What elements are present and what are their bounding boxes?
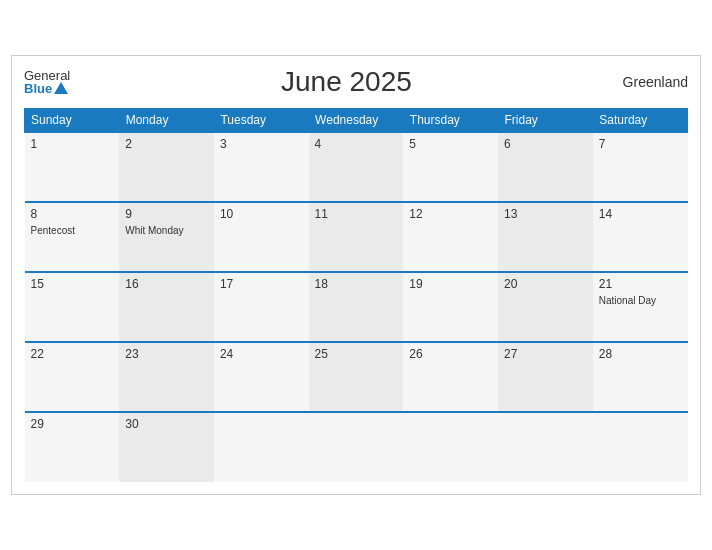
logo: General Blue <box>24 69 70 95</box>
calendar-day-cell: 5 <box>403 132 498 202</box>
calendar-day-cell <box>593 412 688 482</box>
day-number: 3 <box>220 137 303 151</box>
day-number: 23 <box>125 347 208 361</box>
calendar-day-cell: 4 <box>309 132 404 202</box>
calendar-table: SundayMondayTuesdayWednesdayThursdayFrid… <box>24 108 688 482</box>
day-number: 12 <box>409 207 492 221</box>
month-title: June 2025 <box>281 66 412 98</box>
calendar-day-cell: 11 <box>309 202 404 272</box>
day-number: 2 <box>125 137 208 151</box>
calendar-day-cell: 26 <box>403 342 498 412</box>
calendar-day-cell: 29 <box>25 412 120 482</box>
calendar-day-cell: 10 <box>214 202 309 272</box>
day-number: 13 <box>504 207 587 221</box>
calendar-header: General Blue June 2025 Greenland <box>24 66 688 98</box>
calendar-day-cell: 1 <box>25 132 120 202</box>
calendar-week-row: 22232425262728 <box>25 342 688 412</box>
day-number: 24 <box>220 347 303 361</box>
event-label: Pentecost <box>31 225 75 236</box>
day-number: 4 <box>315 137 398 151</box>
day-number: 25 <box>315 347 398 361</box>
calendar-day-cell: 27 <box>498 342 593 412</box>
event-label: Whit Monday <box>125 225 183 236</box>
calendar-header-row: SundayMondayTuesdayWednesdayThursdayFrid… <box>25 109 688 133</box>
day-number: 17 <box>220 277 303 291</box>
calendar-day-cell: 15 <box>25 272 120 342</box>
calendar-day-cell: 28 <box>593 342 688 412</box>
calendar-container: General Blue June 2025 Greenland SundayM… <box>11 55 701 495</box>
day-number: 22 <box>31 347 114 361</box>
calendar-day-cell: 16 <box>119 272 214 342</box>
calendar-day-cell: 25 <box>309 342 404 412</box>
calendar-day-cell: 18 <box>309 272 404 342</box>
day-number: 11 <box>315 207 398 221</box>
region-label: Greenland <box>623 74 688 90</box>
day-number: 16 <box>125 277 208 291</box>
logo-triangle-icon <box>54 82 68 94</box>
day-number: 1 <box>31 137 114 151</box>
calendar-day-cell: 17 <box>214 272 309 342</box>
calendar-day-cell: 7 <box>593 132 688 202</box>
day-number: 10 <box>220 207 303 221</box>
day-number: 26 <box>409 347 492 361</box>
day-number: 7 <box>599 137 682 151</box>
calendar-day-cell <box>403 412 498 482</box>
day-number: 27 <box>504 347 587 361</box>
day-number: 20 <box>504 277 587 291</box>
calendar-day-cell: 20 <box>498 272 593 342</box>
day-number: 9 <box>125 207 208 221</box>
day-number: 28 <box>599 347 682 361</box>
day-of-week-header: Saturday <box>593 109 688 133</box>
calendar-day-cell <box>498 412 593 482</box>
calendar-day-cell: 14 <box>593 202 688 272</box>
day-number: 21 <box>599 277 682 291</box>
calendar-day-cell: 3 <box>214 132 309 202</box>
day-number: 14 <box>599 207 682 221</box>
calendar-week-row: 2930 <box>25 412 688 482</box>
calendar-day-cell: 19 <box>403 272 498 342</box>
logo-blue-text: Blue <box>24 82 52 95</box>
day-number: 15 <box>31 277 114 291</box>
day-number: 6 <box>504 137 587 151</box>
calendar-day-cell: 22 <box>25 342 120 412</box>
calendar-week-row: 1234567 <box>25 132 688 202</box>
calendar-day-cell <box>214 412 309 482</box>
calendar-week-row: 15161718192021National Day <box>25 272 688 342</box>
day-number: 8 <box>31 207 114 221</box>
event-label: National Day <box>599 295 656 306</box>
calendar-day-cell: 6 <box>498 132 593 202</box>
day-number: 5 <box>409 137 492 151</box>
calendar-day-cell: 12 <box>403 202 498 272</box>
day-number: 19 <box>409 277 492 291</box>
calendar-week-row: 8Pentecost9Whit Monday1011121314 <box>25 202 688 272</box>
day-of-week-header: Wednesday <box>309 109 404 133</box>
calendar-day-cell: 21National Day <box>593 272 688 342</box>
day-of-week-header: Thursday <box>403 109 498 133</box>
day-number: 30 <box>125 417 208 431</box>
calendar-day-cell: 13 <box>498 202 593 272</box>
day-of-week-header: Sunday <box>25 109 120 133</box>
day-of-week-header: Friday <box>498 109 593 133</box>
calendar-day-cell <box>309 412 404 482</box>
day-of-week-header: Monday <box>119 109 214 133</box>
calendar-day-cell: 2 <box>119 132 214 202</box>
calendar-day-cell: 8Pentecost <box>25 202 120 272</box>
calendar-day-cell: 9Whit Monday <box>119 202 214 272</box>
day-number: 18 <box>315 277 398 291</box>
day-of-week-header: Tuesday <box>214 109 309 133</box>
day-number: 29 <box>31 417 114 431</box>
calendar-day-cell: 23 <box>119 342 214 412</box>
calendar-day-cell: 24 <box>214 342 309 412</box>
calendar-day-cell: 30 <box>119 412 214 482</box>
